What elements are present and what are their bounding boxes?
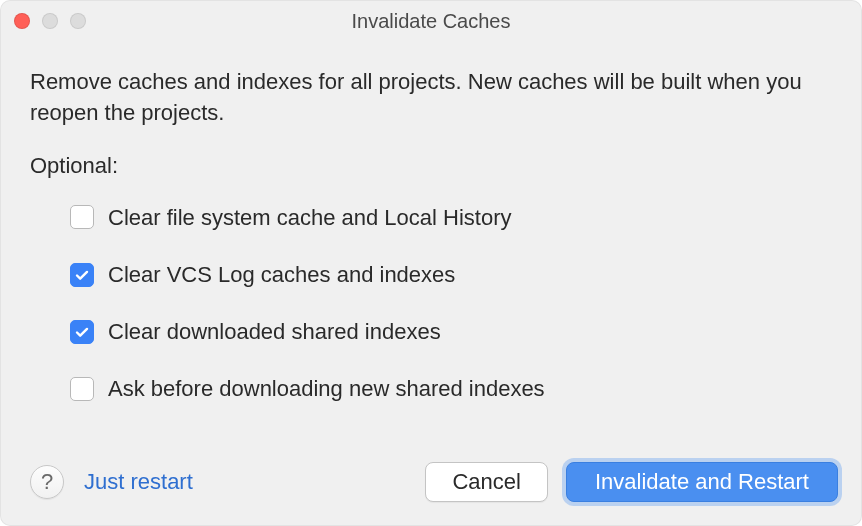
cancel-button[interactable]: Cancel	[425, 462, 547, 502]
option-label: Clear file system cache and Local Histor…	[108, 202, 512, 233]
option-label: Ask before downloading new shared indexe…	[108, 373, 545, 404]
just-restart-link[interactable]: Just restart	[82, 469, 195, 495]
invalidate-restart-button[interactable]: Invalidate and Restart	[566, 462, 838, 502]
checkbox[interactable]	[70, 320, 94, 344]
minimize-window-button[interactable]	[42, 13, 58, 29]
close-window-button[interactable]	[14, 13, 30, 29]
option-row[interactable]: Clear downloaded shared indexes	[70, 316, 832, 347]
maximize-window-button[interactable]	[70, 13, 86, 29]
dialog-footer: ? Just restart Cancel Invalidate and Res…	[0, 438, 862, 526]
description-text: Remove caches and indexes for all projec…	[30, 66, 832, 128]
window-controls	[14, 13, 86, 29]
option-label: Clear downloaded shared indexes	[108, 316, 441, 347]
option-row[interactable]: Clear file system cache and Local Histor…	[70, 202, 832, 233]
checkbox[interactable]	[70, 377, 94, 401]
check-icon	[74, 324, 90, 340]
checkbox[interactable]	[70, 263, 94, 287]
option-row[interactable]: Clear VCS Log caches and indexes	[70, 259, 832, 290]
optional-label: Optional:	[30, 150, 832, 181]
help-button[interactable]: ?	[30, 465, 64, 499]
option-row[interactable]: Ask before downloading new shared indexe…	[70, 373, 832, 404]
option-label: Clear VCS Log caches and indexes	[108, 259, 455, 290]
dialog-content: Remove caches and indexes for all projec…	[0, 42, 862, 438]
titlebar: Invalidate Caches	[0, 0, 862, 42]
options-list: Clear file system cache and Local Histor…	[30, 202, 832, 405]
checkbox[interactable]	[70, 205, 94, 229]
dialog-window: Invalidate Caches Remove caches and inde…	[0, 0, 862, 526]
check-icon	[74, 267, 90, 283]
help-icon: ?	[41, 469, 53, 495]
dialog-title: Invalidate Caches	[0, 10, 862, 33]
